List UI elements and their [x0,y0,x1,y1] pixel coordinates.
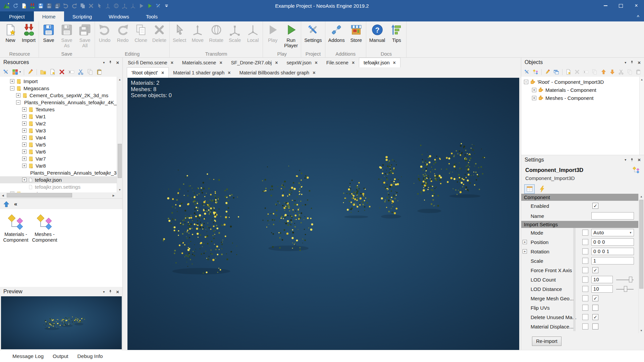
collapse-icon[interactable]: − [16,100,20,105]
scroll-up-icon[interactable]: ▲ [640,77,644,82]
default-checkbox[interactable] [582,286,588,292]
scale-icon[interactable] [122,3,127,9]
chevron-down-icon[interactable]: ▾ [19,70,21,73]
expand-icon[interactable]: + [22,164,26,168]
scroll-left-icon[interactable]: ◀ [0,192,6,198]
local-icon[interactable] [130,3,136,9]
scrollbar-thumb[interactable] [7,193,72,197]
rename-icon[interactable] [583,69,589,75]
default-checkbox[interactable] [582,305,588,311]
expand-icon[interactable]: + [22,121,26,126]
select-icon[interactable] [97,3,102,9]
scissors-icon[interactable] [618,69,624,75]
import-icon[interactable] [30,3,35,9]
maximize-button[interactable] [613,0,629,11]
tree-item-megascans[interactable]: −Megascans [0,85,122,92]
window-icon[interactable] [553,69,559,75]
tab-close-icon[interactable]: × [219,60,222,65]
text-input[interactable]: 0 0 0 1 [591,248,634,255]
scissors-icon[interactable] [77,69,84,75]
tips-button[interactable]: Tips [387,21,406,43]
tree-item-cement-curbs-sepxw-2k-3d-ms[interactable]: +Cement_Curbs_sepxW_2K_3d_ms [0,92,122,99]
expand-icon[interactable]: + [10,79,14,83]
chevron-down-icon[interactable]: ▾ [103,61,105,64]
delete-icon[interactable] [574,69,580,75]
expand-icon[interactable]: + [22,114,26,119]
pin-icon[interactable] [630,158,634,162]
checkbox-checked[interactable]: ✓ [592,295,598,301]
pin-icon[interactable] [108,290,112,294]
resource-item-materials-component[interactable]: Materials - Component [1,211,30,243]
tree-item-textures[interactable]: +Textures [0,106,122,113]
clone-icon[interactable] [80,3,86,9]
component-diamonds-icon[interactable] [533,69,538,75]
settings-scrollbar[interactable]: ▲▼ [638,194,644,333]
events-view-button[interactable] [537,184,547,194]
tree-item-import[interactable]: +Import [0,78,122,85]
tab-tefoajkr-json[interactable]: tefoajkr.json× [359,58,400,67]
expand-icon[interactable]: + [532,96,536,100]
page-star-icon[interactable] [566,69,571,75]
paste-icon[interactable] [96,69,103,75]
default-checkbox[interactable] [582,323,588,329]
close-icon[interactable]: × [638,60,641,65]
tree-item-var3[interactable]: +Var3 [0,127,122,134]
tree-item-plants-perennials-annuals-tefoajkr-3dpla[interactable]: Plants_Perennials_Annuals_tefoajkr_3dpla [0,169,122,176]
tree-item-tefoajkr-json-settings[interactable]: tefoajkr.json.settings [0,183,122,190]
tree-item-root-component-import3d[interactable]: −'Root' - Component_Import3D [521,78,644,86]
expand-icon[interactable]: + [22,128,26,133]
checkbox-checked[interactable]: ✓ [592,203,598,209]
default-checkbox[interactable] [582,314,588,320]
run-player-icon[interactable] [147,3,153,9]
expand-icon[interactable]: + [22,178,26,182]
tab-close-icon[interactable]: × [313,70,315,75]
copy-icon[interactable] [87,69,93,75]
save-icon[interactable] [38,3,44,9]
up-blue-icon[interactable] [3,201,10,207]
close-button[interactable]: × [629,0,644,11]
text-input[interactable]: 10 [591,276,613,283]
close-icon[interactable]: × [116,289,119,295]
tab-material-billboards-shader-graph[interactable]: Material Billboards shader graph× [235,67,320,78]
checkbox-checked[interactable]: ✓ [592,267,598,273]
tree-item-var2[interactable]: +Var2 [0,120,122,127]
bottom-tab-output[interactable]: Output [53,353,68,359]
redo-icon[interactable] [71,3,77,9]
tools-icon[interactable] [524,69,530,75]
dropdown-select[interactable]: Auto▼ [591,229,634,236]
arrow-down-icon[interactable] [609,69,615,75]
new-document-icon[interactable] [21,3,27,9]
scrollbar-thumb[interactable] [118,144,122,178]
copy-icon[interactable] [627,69,633,75]
tree-item-var1[interactable]: +Var1 [0,113,122,120]
bottom-tab-debug-info[interactable]: Debug Info [77,353,103,359]
menu-tab-windows[interactable]: Windows [100,11,138,21]
tree-item-plants-perennials-annuals-tefoajkr-4k-3dpl[interactable]: −Plants_Perennials_Annuals_tefoajkr_4K_3… [0,99,122,106]
resources-vertical-scrollbar[interactable]: ▲▼ [117,77,122,192]
tab-material-1-shader-graph[interactable]: Material 1 shader graph× [169,67,235,78]
tab-close-icon[interactable]: × [393,60,395,65]
move-button[interactable]: Move [189,21,207,43]
menu-project-button[interactable]: Project [0,11,34,21]
menu-tab-home[interactable]: Home [34,11,64,21]
default-checkbox[interactable] [582,277,588,283]
pin-icon[interactable] [630,60,634,64]
ribbon-collapse-button[interactable]: ^ [637,11,644,21]
chevron-down-icon[interactable]: ▾ [103,290,105,294]
store-button[interactable]: Store [347,21,365,43]
default-checkbox[interactable] [582,267,588,273]
slider-thumb[interactable] [629,277,632,283]
default-checkbox[interactable] [582,239,588,245]
tools-icon[interactable] [3,69,9,75]
expand-icon[interactable]: + [523,240,527,244]
expand-icon[interactable]: + [22,107,26,112]
copy-icon[interactable] [592,69,597,75]
save-all-button[interactable]: Save All [76,21,94,48]
pencil-icon[interactable] [545,69,550,75]
settings-button[interactable]: Settings [302,21,324,43]
expand-icon[interactable]: + [532,88,536,92]
scroll-up-icon[interactable]: ▲ [639,194,644,199]
3d-viewport[interactable]: Materials: 2 Meshes: 8 Scene objects: 0 [127,78,519,350]
close-icon[interactable]: × [638,157,641,163]
arrow-up-icon[interactable] [601,69,606,75]
